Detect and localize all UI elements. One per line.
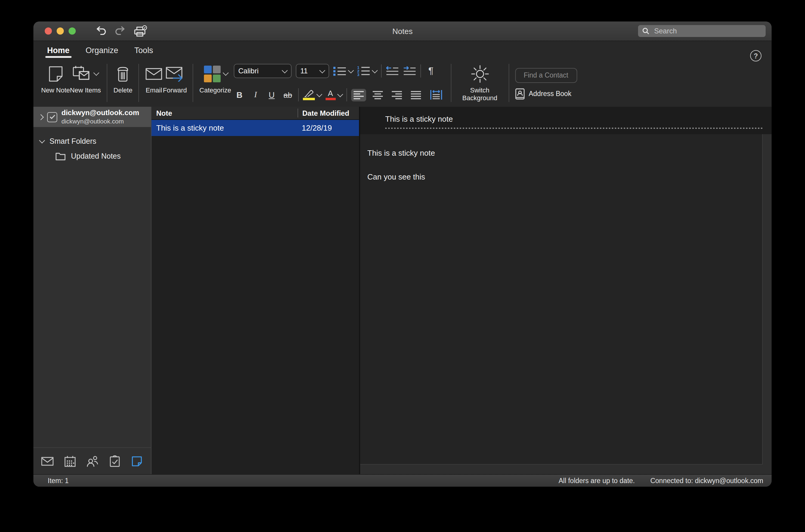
notes-icon (131, 455, 142, 467)
note-body-line: Can you see this (367, 172, 754, 181)
check-icon (49, 115, 55, 119)
decrease-indent-icon (385, 66, 399, 76)
note-body[interactable]: This is a sticky note Can you see this (360, 134, 763, 464)
bullet-list-button[interactable] (333, 66, 353, 76)
chevron-down-icon (282, 67, 287, 73)
forward-button[interactable]: Forward (163, 61, 187, 105)
undo-icon (95, 26, 107, 36)
justify-icon (410, 90, 421, 99)
account-name: dickwyn@outlook.com (61, 109, 139, 117)
forward-icon (165, 66, 185, 81)
align-center-button[interactable] (370, 89, 385, 101)
sidebar-account-row[interactable]: dickwyn@outlook.com dickwyn@outlook.com (33, 107, 151, 127)
folder-icon (55, 152, 65, 160)
people-icon (86, 455, 98, 467)
search-icon (642, 27, 649, 35)
mail-icon (41, 457, 54, 466)
font-name-select[interactable]: Calibri (233, 64, 291, 78)
status-bar: Item: 1 All folders are up to date. Conn… (33, 474, 772, 487)
chevron-down-icon (337, 91, 343, 97)
calendar-module-button[interactable] (61, 453, 78, 469)
zoom-button[interactable] (69, 27, 76, 35)
chevron-down-icon (223, 70, 228, 76)
tab-tools[interactable]: Tools (134, 46, 153, 59)
sidebar: dickwyn@outlook.com dickwyn@outlook.com … (33, 107, 151, 474)
font-color-icon: A (325, 90, 336, 100)
font-color-button[interactable]: A (325, 90, 342, 100)
switch-background-button[interactable]: Switch Background (457, 61, 502, 105)
chevron-down-icon (39, 137, 45, 144)
tasks-icon (110, 455, 119, 467)
account-checkbox[interactable] (47, 112, 57, 122)
help-button[interactable]: ? (750, 50, 762, 61)
redo-button[interactable] (114, 26, 126, 36)
font-size-select[interactable]: 11 (295, 64, 329, 78)
delete-button[interactable]: Delete (114, 61, 133, 105)
new-note-icon (47, 65, 64, 82)
new-note-button[interactable]: New Note (41, 61, 70, 105)
sidebar-item-smart-folders[interactable]: Smart Folders (33, 137, 151, 146)
note-list: Note Date Modified This is a sticky note… (151, 107, 360, 474)
reading-pane: This is a sticky note This is a sticky n… (360, 107, 772, 474)
undo-button[interactable] (95, 26, 107, 36)
align-center-icon (372, 90, 383, 99)
account-expand-icon[interactable] (38, 114, 44, 120)
search-input[interactable] (653, 26, 762, 36)
increase-indent-icon (403, 66, 416, 76)
bold-button[interactable]: B (233, 90, 245, 100)
decrease-indent-button[interactable] (385, 66, 399, 76)
ribbon: New Note New Items (33, 59, 772, 107)
tab-home[interactable]: Home (47, 46, 70, 59)
calendar-icon (64, 455, 75, 467)
close-button[interactable] (45, 27, 52, 35)
justify-button[interactable] (408, 89, 423, 101)
increase-indent-button[interactable] (403, 66, 416, 76)
notes-module-button[interactable] (129, 453, 145, 469)
note-title: This is a sticky note (385, 115, 764, 124)
column-date-modified[interactable]: Date Modified (298, 109, 359, 117)
title-divider (385, 128, 764, 129)
categorize-button[interactable]: Categorize (199, 61, 231, 105)
underline-button[interactable]: U (266, 90, 277, 100)
search-field[interactable] (638, 25, 766, 37)
align-right-button[interactable] (389, 89, 404, 101)
align-left-icon (353, 90, 363, 99)
email-button[interactable]: Email (145, 61, 163, 105)
tab-organize[interactable]: Organize (85, 46, 118, 59)
print-button[interactable] (134, 25, 147, 37)
italic-button[interactable]: I (250, 90, 262, 100)
note-list-row[interactable]: This is a sticky note 12/28/19 (151, 120, 359, 136)
folders-status: All folders are up to date. (559, 477, 635, 484)
highlight-icon (303, 90, 314, 100)
address-book-button[interactable]: Address Book (515, 88, 577, 99)
titlebar: Notes (33, 21, 772, 41)
minimize-button[interactable] (57, 27, 64, 35)
ribbon-tab-bar: Home Organize Tools (33, 41, 772, 59)
tasks-module-button[interactable] (106, 453, 123, 469)
mail-module-button[interactable] (39, 453, 56, 469)
traffic-lights (45, 27, 76, 35)
email-icon (145, 66, 163, 81)
categorize-icon (203, 65, 221, 82)
note-body-line: This is a sticky note (367, 149, 754, 157)
strikethrough-button[interactable]: ab (282, 90, 294, 99)
column-note[interactable]: Note (151, 109, 298, 117)
note-list-header[interactable]: Note Date Modified (151, 107, 359, 120)
chevron-down-icon (94, 70, 100, 76)
print-icon (134, 25, 147, 37)
sun-icon (470, 64, 489, 83)
highlight-color-button[interactable] (303, 90, 321, 100)
bullet-list-icon (333, 66, 346, 76)
pilcrow-button[interactable]: ¶ (425, 65, 437, 76)
people-module-button[interactable] (84, 453, 100, 469)
chevron-down-icon (348, 67, 353, 73)
sidebar-item-updated-notes[interactable]: Updated Notes (33, 152, 151, 160)
font-group: Calibri 11 (231, 61, 444, 105)
find-a-contact-field[interactable]: Find a Contact (515, 68, 577, 82)
align-left-button[interactable] (351, 89, 366, 101)
new-items-button[interactable]: New Items (70, 61, 101, 105)
item-count: Item: 1 (48, 477, 69, 484)
line-spacing-button[interactable] (427, 88, 444, 101)
chevron-down-icon (371, 67, 378, 73)
numbered-list-button[interactable]: 1 2 3 (357, 65, 377, 76)
